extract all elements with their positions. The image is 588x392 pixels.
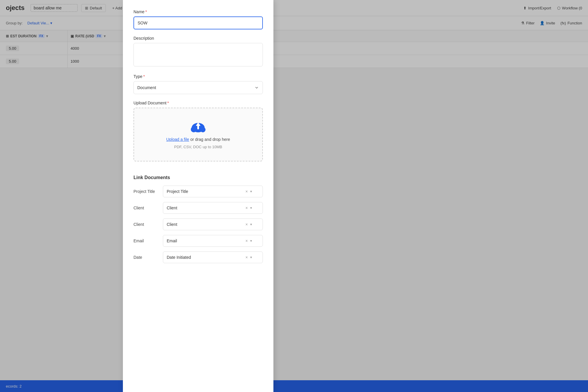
name-field-group: Name * [133,9,263,29]
link-label-date: Date [133,255,157,260]
link-label-email: Email [133,238,157,243]
upload-field-group: Upload Document * Upload a file or drag … [133,101,263,161]
type-select[interactable]: Document Image Video Other [133,81,263,94]
link-documents-title: Link Documents [133,175,263,180]
link-select-actions-project-title: × ▾ [245,189,252,194]
link-select-date[interactable]: Date Initiated × ▾ [163,251,263,263]
link-label-client-2: Client [133,222,157,227]
name-input[interactable] [133,16,263,29]
upload-cloud-icon [190,120,206,134]
clear-client-2[interactable]: × [245,222,248,227]
modal-backdrop[interactable] [0,0,588,392]
upload-text: Upload a file or drag and drop here [166,137,230,142]
link-select-client-1[interactable]: Client × ▾ [163,202,263,214]
upload-link[interactable]: Upload a file [166,137,189,142]
description-field-group: Description [133,36,263,68]
link-tag-date: Date Initiated [167,255,245,260]
link-row-client-1: Client Client × ▾ [133,202,263,214]
link-select-actions-date: × ▾ [245,255,252,260]
link-row-email: Email Email × ▾ [133,235,263,247]
name-label: Name * [133,9,263,14]
link-select-actions-client-1: × ▾ [245,206,252,210]
description-label: Description [133,36,263,41]
upload-required-star: * [167,101,169,105]
clear-project-title[interactable]: × [245,189,248,194]
link-row-project-title: Project Title Project Title × ▾ [133,186,263,197]
description-textarea[interactable] [133,43,263,66]
link-tag-client-1: Client [167,206,245,210]
upload-area[interactable]: Upload a file or drag and drop here PDF,… [133,108,263,161]
link-select-email[interactable]: Email × ▾ [163,235,263,247]
upload-label: Upload Document * [133,101,263,105]
link-label-project-title: Project Title [133,189,157,194]
chevron-down-client-1[interactable]: ▾ [250,206,252,210]
link-select-client-2[interactable]: Client × ▾ [163,218,263,230]
chevron-down-date[interactable]: ▾ [250,255,252,259]
clear-client-1[interactable]: × [245,206,248,210]
link-tag-email: Email [167,238,245,243]
type-required-star: * [143,74,145,79]
link-select-actions-client-2: × ▾ [245,222,252,227]
link-tag-project-title: Project Title [167,189,245,194]
link-documents-section: Link Documents Project Title Project Tit… [133,175,263,263]
link-select-project-title[interactable]: Project Title × ▾ [163,186,263,197]
link-select-actions-email: × ▾ [245,238,252,243]
type-field-group: Type * Document Image Video Other [133,74,263,94]
svg-point-2 [200,127,206,132]
name-required-star: * [145,9,147,14]
clear-email[interactable]: × [245,238,248,243]
link-tag-client-2: Client [167,222,245,227]
link-row-date: Date Date Initiated × ▾ [133,251,263,263]
link-label-client-1: Client [133,206,157,210]
clear-date[interactable]: × [245,255,248,260]
chevron-down-email[interactable]: ▾ [250,239,252,243]
type-label: Type * [133,74,263,79]
link-row-client-2: Client Client × ▾ [133,218,263,230]
modal: Name * Description Type * Document Image… [123,0,273,392]
chevron-down-client-2[interactable]: ▾ [250,222,252,226]
svg-point-1 [191,126,197,132]
chevron-down-project-title[interactable]: ▾ [250,189,252,194]
spacer [133,168,263,175]
upload-hint: PDF, CSV, DOC up to 10MB [174,145,222,149]
